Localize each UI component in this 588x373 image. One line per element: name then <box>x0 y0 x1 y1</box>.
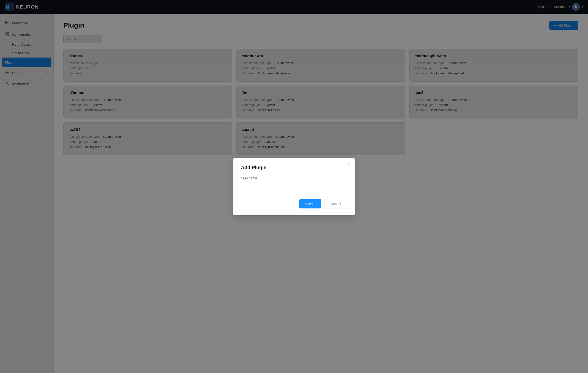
modal-close-button[interactable]: × <box>347 162 350 167</box>
cancel-button[interactable]: Cancel <box>324 199 347 208</box>
lib-name-label-text: Lib name <box>243 176 257 180</box>
modal-title: Add Plugin <box>241 165 347 171</box>
lib-name-required: * <box>241 176 242 180</box>
lib-name-label: * Lib name <box>241 176 347 180</box>
add-plugin-modal: Add Plugin × * Lib name Create Cancel <box>233 158 355 215</box>
modal-overlay: Add Plugin × * Lib name Create Cancel <box>0 0 588 373</box>
modal-footer: Create Cancel <box>241 199 347 208</box>
create-button[interactable]: Create <box>299 199 321 208</box>
lib-name-input[interactable] <box>241 182 347 191</box>
